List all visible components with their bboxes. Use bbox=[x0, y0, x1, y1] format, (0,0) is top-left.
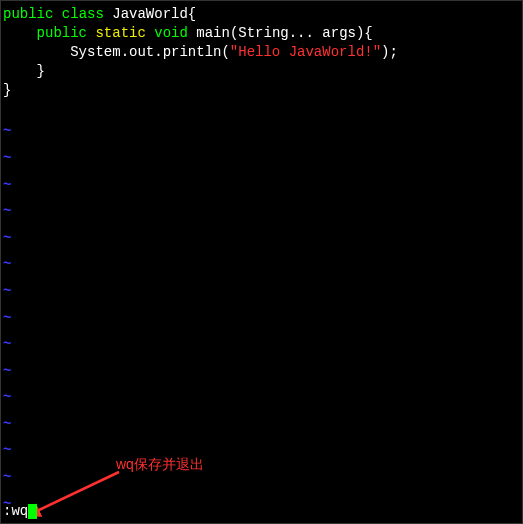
code-line: } bbox=[3, 62, 520, 81]
empty-line-marker: ~ bbox=[3, 145, 520, 172]
command-line[interactable]: :wq bbox=[3, 503, 37, 519]
empty-line-marker: ~ bbox=[3, 172, 520, 199]
code-line: System.out.println("Hello JavaWorld!"); bbox=[3, 43, 520, 62]
command-prefix: : bbox=[3, 503, 11, 519]
keyword-public: public bbox=[3, 6, 53, 22]
empty-line-marker: ~ bbox=[3, 464, 520, 491]
keyword-static: static bbox=[87, 25, 146, 41]
code-line: public class JavaWorld{ bbox=[3, 5, 520, 24]
method-name: main bbox=[188, 25, 230, 41]
string-literal: "Hello JavaWorld!" bbox=[230, 44, 381, 60]
empty-line-marker: ~ bbox=[3, 384, 520, 411]
brace-close: } bbox=[3, 82, 11, 98]
empty-line-marker: ~ bbox=[3, 437, 520, 464]
blank-line bbox=[3, 99, 520, 118]
command-text: wq bbox=[11, 503, 28, 519]
editor-view[interactable]: public class JavaWorld{ public static vo… bbox=[1, 1, 522, 521]
empty-line-marker: ~ bbox=[3, 411, 520, 438]
empty-line-marker: ~ bbox=[3, 251, 520, 278]
cursor-icon bbox=[28, 504, 37, 519]
empty-line-marker: ~ bbox=[3, 305, 520, 332]
brace-close: } bbox=[37, 63, 45, 79]
code-line: } bbox=[3, 81, 520, 100]
empty-line-marker: ~ bbox=[3, 278, 520, 305]
keyword-class: class bbox=[62, 6, 104, 22]
class-name: JavaWorld bbox=[104, 6, 188, 22]
code-line: public static void main(String... args){ bbox=[3, 24, 520, 43]
method-call: System.out.println bbox=[70, 44, 221, 60]
empty-line-marker: ~ bbox=[3, 358, 520, 385]
brace-open: { bbox=[188, 6, 196, 22]
empty-line-marker: ~ bbox=[3, 491, 520, 518]
keyword-void: void bbox=[146, 25, 188, 41]
empty-line-marker: ~ bbox=[3, 198, 520, 225]
annotation-text: wq保存并退出 bbox=[116, 456, 204, 474]
empty-line-marker: ~ bbox=[3, 118, 520, 145]
empty-line-marker: ~ bbox=[3, 225, 520, 252]
keyword-public: public bbox=[37, 25, 87, 41]
type-name: String bbox=[238, 25, 288, 41]
empty-line-marker: ~ bbox=[3, 331, 520, 358]
